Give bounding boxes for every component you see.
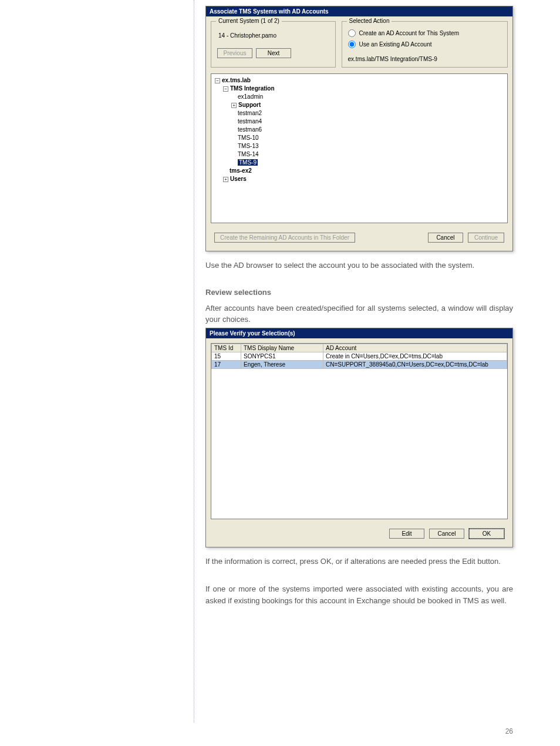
cell-acct: CN=SUPPORT_388945a0,CN=Users,DC=ex,DC=tm… (323, 360, 507, 368)
ad-tree[interactable]: −ex.tms.lab −TMS Integration ex1admin +S… (211, 73, 508, 223)
continue-button[interactable]: Continue (468, 233, 504, 243)
col-ad-account[interactable]: AD Account (323, 344, 507, 352)
next-button[interactable]: Next (256, 48, 291, 58)
associate-dialog: Associate TMS Systems with AD Accounts C… (205, 6, 513, 251)
table-row[interactable]: 15 SONYPCS1 Create in CN=Users,DC=ex,DC=… (212, 352, 507, 360)
tree-item[interactable]: testman2 (238, 110, 262, 116)
dialog2-title: Please Verify your Selection(s) (206, 328, 512, 338)
tree-item[interactable]: TMS-10 (238, 135, 259, 141)
radio-create-account[interactable]: Create an AD Account for This System (348, 28, 501, 39)
tree-users[interactable]: Users (230, 176, 247, 182)
verify-dialog: Please Verify your Selection(s) TMS Id T… (205, 328, 513, 547)
tree-expand-icon[interactable]: + (223, 177, 228, 182)
cell-id: 15 (212, 352, 241, 360)
cell-name: Engen, Therese (241, 360, 323, 368)
tree-tms-ex2[interactable]: tms-ex2 (230, 167, 252, 174)
paragraph-2: After accounts have been created/specifi… (205, 303, 513, 325)
selection-table-wrap: TMS Id TMS Display Name AD Account 15 SO… (211, 343, 508, 519)
left-margin-rule (194, 0, 194, 723)
paragraph-1: Use the AD browser to select the account… (205, 260, 513, 271)
edit-button[interactable]: Edit (389, 529, 424, 539)
previous-button[interactable]: Previous (217, 48, 252, 58)
radio-existing-input[interactable] (348, 41, 356, 48)
table-header-row: TMS Id TMS Display Name AD Account (212, 344, 507, 352)
ok-button[interactable]: OK (469, 529, 504, 539)
cancel-button-2[interactable]: Cancel (429, 529, 464, 539)
current-system-group: Current System (1 of 2) 14 - Christopher… (211, 21, 336, 68)
radio-existing-label: Use an Existing AD Account (359, 41, 432, 48)
tree-item[interactable]: TMS-13 (238, 143, 259, 149)
dialog1-title: Associate TMS Systems with AD Accounts (206, 6, 512, 16)
account-path: ex.tms.lab/TMS Integration/TMS-9 (348, 50, 501, 62)
tree-item[interactable]: Support (238, 102, 261, 108)
tree-item[interactable]: TMS-14 (238, 151, 259, 157)
tree-item[interactable]: ex1admin (238, 93, 263, 100)
radio-create-input[interactable] (348, 29, 356, 37)
main-content: Associate TMS Systems with AD Accounts C… (205, 6, 513, 606)
cell-name: SONYPCS1 (241, 352, 323, 360)
tree-expand-icon[interactable]: + (231, 103, 237, 108)
paragraph-3: If the information is correct, press OK,… (205, 556, 513, 567)
selection-table: TMS Id TMS Display Name AD Account 15 SO… (211, 344, 507, 369)
col-display-name[interactable]: TMS Display Name (241, 344, 323, 352)
tree-item[interactable]: testman6 (238, 126, 262, 133)
table-row[interactable]: 17 Engen, Therese CN=SUPPORT_388945a0,CN… (212, 360, 507, 368)
system-name: 14 - Christopher.pamo (217, 28, 329, 48)
current-system-legend: Current System (1 of 2) (216, 18, 282, 24)
tree-root[interactable]: ex.tms.lab (222, 77, 251, 83)
create-remaining-button[interactable]: Create the Remaining AD Accounts in This… (214, 233, 355, 243)
tree-item-selected[interactable]: TMS-9 (238, 159, 258, 166)
cancel-button[interactable]: Cancel (428, 233, 463, 243)
radio-use-existing[interactable]: Use an Existing AD Account (348, 39, 501, 50)
tree-item[interactable]: testman4 (238, 118, 262, 125)
selected-action-legend: Selected Action (347, 18, 392, 24)
cell-acct: Create in CN=Users,DC=ex,DC=tms,DC=lab (323, 352, 507, 360)
tree-tms-integration[interactable]: TMS Integration (230, 85, 275, 92)
page-number: 26 (505, 727, 513, 735)
selected-action-group: Selected Action Create an AD Account for… (342, 21, 508, 68)
cell-id: 17 (212, 360, 241, 368)
col-tms-id[interactable]: TMS Id (212, 344, 241, 352)
paragraph-4: If one or more of the systems imported w… (205, 583, 513, 606)
tree-collapse-icon[interactable]: − (215, 78, 220, 83)
tree-collapse-icon[interactable]: − (223, 86, 228, 92)
radio-create-label: Create an AD Account for This System (359, 30, 459, 36)
review-selections-heading: Review selections (205, 288, 513, 297)
